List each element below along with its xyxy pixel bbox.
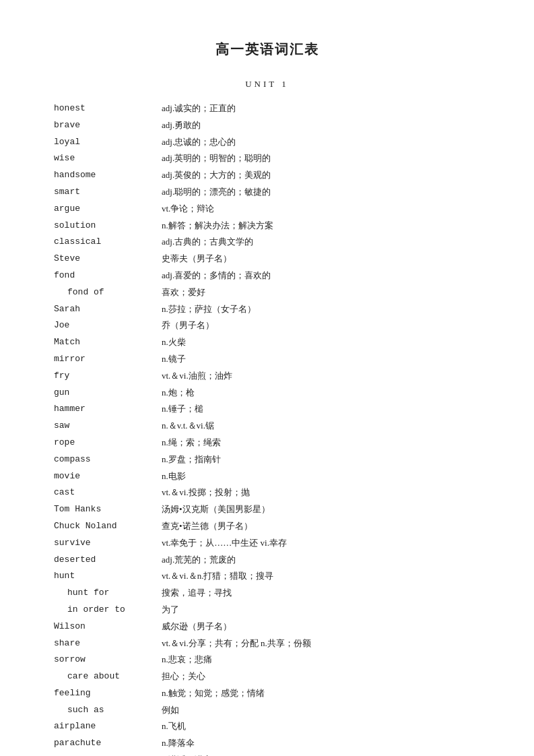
table-row: movien.电影: [54, 468, 480, 485]
vocab-word: Match: [54, 334, 162, 351]
vocab-definition: adj.英俊的；大方的；美观的: [162, 167, 480, 184]
vocab-definition: adj.勇敢的: [162, 117, 480, 134]
vocab-word: honest: [54, 100, 162, 117]
vocab-definition: n.绳；索；绳索: [162, 435, 480, 451]
table-row: Matchn.火柴: [54, 334, 480, 351]
vocab-word: care about: [54, 668, 162, 685]
vocab-definition: 喜欢；爱好: [162, 284, 480, 301]
vocab-word: deserted: [54, 552, 162, 569]
table-row: arguevt.争论；辩论: [54, 201, 480, 218]
vocab-definition: 搜索，追寻；寻找: [162, 585, 480, 602]
page-title: 高一英语词汇表: [54, 40, 480, 59]
table-row: compassn.罗盘；指南针: [54, 451, 480, 468]
vocab-word: Sarah: [54, 301, 162, 318]
vocab-definition: 查克•诺兰德（男子名）: [162, 518, 480, 535]
vocab-word: gun: [54, 385, 162, 402]
vocab-word: classical: [54, 234, 162, 251]
vocab-word: brave: [54, 117, 162, 134]
table-row: care about担心；关心: [54, 668, 480, 685]
vocab-definition: n.＆v.t.＆vi.锯: [162, 418, 480, 435]
vocab-definition: vt.＆vi.分享；共有；分配 n.共享；份额: [162, 635, 480, 652]
table-row: gunn.炮；枪: [54, 385, 480, 402]
table-row: castvt.＆vi.投掷；投射；抛: [54, 484, 480, 501]
table-row: such as例如: [54, 702, 480, 719]
vocab-definition: n.解答；解决办法；解决方案: [162, 218, 480, 234]
vocab-word: Chuck Noland: [54, 518, 162, 535]
vocab-word: rope: [54, 435, 162, 451]
vocab-word: solution: [54, 218, 162, 234]
vocab-definition: n.炮；枪: [162, 385, 480, 402]
vocab-definition: vt.幸免于；从……中生还 vi.幸存: [162, 535, 480, 552]
vocab-definition: adj.诚实的；正直的: [162, 100, 480, 117]
vocab-table: honestadj.诚实的；正直的braveadj.勇敢的loyaladj.忠诚…: [54, 100, 480, 756]
vocab-definition: 威尔逊（男子名）: [162, 619, 480, 635]
table-row: sawn.＆v.t.＆vi.锯: [54, 418, 480, 435]
vocab-definition: vt.争论；辩论: [162, 201, 480, 218]
vocab-word: Wilson: [54, 619, 162, 635]
vocab-definition: n.电影: [162, 468, 480, 485]
vocab-definition: adj.荒芜的；荒废的: [162, 552, 480, 569]
vocab-definition: n.谎话；谎言: [162, 752, 480, 756]
vocab-word: fond: [54, 267, 162, 284]
table-row: braveadj.勇敢的: [54, 117, 480, 134]
vocab-word: survive: [54, 535, 162, 552]
vocab-word: such as: [54, 702, 162, 719]
vocab-word: Steve: [54, 251, 162, 267]
vocab-definition: adj.忠诚的；忠心的: [162, 134, 480, 151]
vocab-word: movie: [54, 468, 162, 485]
vocab-definition: n.触觉；知觉；感觉；情绪: [162, 685, 480, 702]
vocab-definition: 为了: [162, 602, 480, 619]
table-row: survivevt.幸免于；从……中生还 vi.幸存: [54, 535, 480, 552]
vocab-word: airplane: [54, 718, 162, 735]
vocab-definition: 乔（男子名）: [162, 317, 480, 334]
vocab-word: saw: [54, 418, 162, 435]
vocab-definition: adj.喜爱的；多情的；喜欢的: [162, 267, 480, 284]
vocab-definition: n.飞机: [162, 718, 480, 735]
table-row: solutionn.解答；解决办法；解决方案: [54, 218, 480, 234]
table-row: in order to为了: [54, 602, 480, 619]
vocab-word: Tom Hanks: [54, 501, 162, 518]
table-row: fond of喜欢；爱好: [54, 284, 480, 301]
table-row: desertedadj.荒芜的；荒废的: [54, 552, 480, 569]
vocab-definition: n.镜子: [162, 351, 480, 368]
table-row: feelingn.触觉；知觉；感觉；情绪: [54, 685, 480, 702]
vocab-word: sorrow: [54, 652, 162, 668]
table-row: huntvt.＆vi.＆n.打猎；猎取；搜寻: [54, 568, 480, 585]
table-row: lien.谎话；谎言: [54, 752, 480, 756]
table-row: Wilson威尔逊（男子名）: [54, 619, 480, 635]
vocab-definition: 史蒂夫（男子名）: [162, 251, 480, 267]
vocab-word: mirror: [54, 351, 162, 368]
table-row: honestadj.诚实的；正直的: [54, 100, 480, 117]
table-row: mirrorn.镜子: [54, 351, 480, 368]
vocab-word: handsome: [54, 167, 162, 184]
table-row: Joe乔（男子名）: [54, 317, 480, 334]
table-row: Tom Hanks汤姆•汉克斯（美国男影星）: [54, 501, 480, 518]
vocab-word: fond of: [54, 284, 162, 301]
unit-label: UNIT 1: [54, 79, 480, 90]
vocab-definition: vt.＆vi.投掷；投射；抛: [162, 484, 480, 501]
table-row: Chuck Noland查克•诺兰德（男子名）: [54, 518, 480, 535]
table-row: ropen.绳；索；绳索: [54, 435, 480, 451]
vocab-word: parachute: [54, 735, 162, 752]
table-row: sharevt.＆vi.分享；共有；分配 n.共享；份额: [54, 635, 480, 652]
table-row: handsomeadj.英俊的；大方的；美观的: [54, 167, 480, 184]
vocab-word: hunt for: [54, 585, 162, 602]
vocab-definition: vt.＆vi.＆n.打猎；猎取；搜寻: [162, 568, 480, 585]
vocab-definition: 担心；关心: [162, 668, 480, 685]
table-row: hammern.锤子；槌: [54, 401, 480, 418]
vocab-word: compass: [54, 451, 162, 468]
table-row: smartadj.聪明的；漂亮的；敏捷的: [54, 184, 480, 201]
vocab-word: feeling: [54, 685, 162, 702]
vocab-word: Joe: [54, 317, 162, 334]
vocab-word: wise: [54, 150, 162, 167]
vocab-word: loyal: [54, 134, 162, 151]
vocab-word: fry: [54, 368, 162, 385]
vocab-word: smart: [54, 184, 162, 201]
table-row: airplanen.飞机: [54, 718, 480, 735]
vocab-word: cast: [54, 484, 162, 501]
vocab-definition: n.罗盘；指南针: [162, 451, 480, 468]
vocab-definition: 汤姆•汉克斯（美国男影星）: [162, 501, 480, 518]
vocab-definition: 例如: [162, 702, 480, 719]
table-row: parachuten.降落伞: [54, 735, 480, 752]
table-row: classicaladj.古典的；古典文学的: [54, 234, 480, 251]
